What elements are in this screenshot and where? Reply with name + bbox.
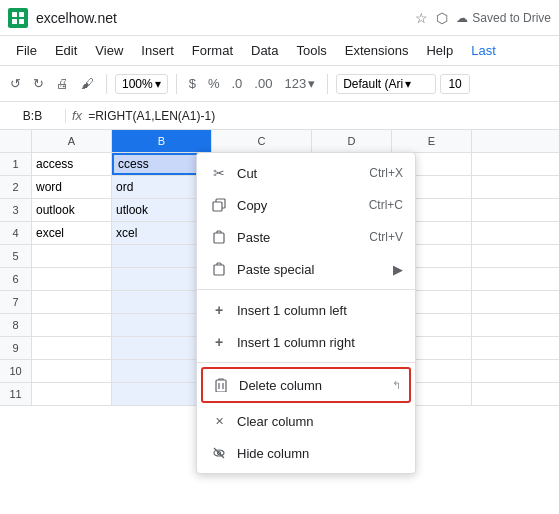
insert-left-icon: + — [209, 300, 229, 320]
font-selector[interactable]: Default (Ari ▾ — [336, 74, 436, 94]
delete-col-icon — [211, 375, 231, 395]
menu-help[interactable]: Help — [418, 39, 461, 62]
ctx-paste-shortcut: Ctrl+V — [369, 230, 403, 244]
paste-special-icon — [209, 259, 229, 279]
col-header-b[interactable]: B — [112, 130, 212, 152]
cell-a1[interactable]: access — [32, 153, 112, 175]
ctx-delete-column[interactable]: Delete column ↰ — [203, 369, 409, 401]
cell-a4[interactable]: excel — [32, 222, 112, 244]
ctx-insert-col-right[interactable]: + Insert 1 column right — [197, 326, 415, 358]
fx-label: fx — [72, 108, 82, 123]
zoom-control[interactable]: 100% ▾ — [115, 74, 168, 94]
menu-tools[interactable]: Tools — [288, 39, 334, 62]
svg-rect-5 — [213, 202, 222, 211]
decimal-left-btn[interactable]: .0 — [228, 74, 247, 93]
ctx-paste-label: Paste — [237, 230, 369, 245]
row-number: 6 — [0, 268, 32, 290]
more-chevron-icon: ▾ — [308, 76, 315, 91]
row-number: 7 — [0, 291, 32, 313]
ctx-cut[interactable]: ✂ Cut Ctrl+X — [197, 157, 415, 189]
ctx-separator-2 — [197, 362, 415, 363]
menu-insert[interactable]: Insert — [133, 39, 182, 62]
ctx-copy-label: Copy — [237, 198, 369, 213]
ctx-paste-special[interactable]: Paste special ▶ — [197, 253, 415, 285]
menu-data[interactable]: Data — [243, 39, 286, 62]
print-icon[interactable]: 🖨 — [52, 74, 73, 93]
row-number: 2 — [0, 176, 32, 198]
menu-extensions[interactable]: Extensions — [337, 39, 417, 62]
ctx-clear-column-label: Clear column — [237, 414, 403, 429]
currency-btn[interactable]: $ — [185, 74, 200, 93]
ctx-insert-col-left[interactable]: + Insert 1 column left — [197, 294, 415, 326]
menu-bar: File Edit View Insert Format Data Tools … — [0, 36, 559, 66]
menu-view[interactable]: View — [87, 39, 131, 62]
col-header-e[interactable]: E — [392, 130, 472, 152]
ctx-clear-column[interactable]: ✕ Clear column — [197, 405, 415, 437]
ctx-separator-1 — [197, 289, 415, 290]
hide-col-icon — [209, 443, 229, 463]
ctx-cut-label: Cut — [237, 166, 369, 181]
paint-format-icon[interactable]: 🖌 — [77, 74, 98, 93]
document-title: excelhow.net — [36, 10, 407, 26]
ctx-copy-shortcut: Ctrl+C — [369, 198, 403, 212]
menu-format[interactable]: Format — [184, 39, 241, 62]
cell-a5[interactable] — [32, 245, 112, 267]
formula-input[interactable]: =RIGHT(A1,LEN(A1)-1) — [88, 109, 553, 123]
redo-icon[interactable]: ↻ — [29, 74, 48, 93]
font-chevron-icon: ▾ — [405, 77, 411, 91]
col-header-a[interactable]: A — [32, 130, 112, 152]
app-icon — [8, 8, 28, 28]
clear-col-icon: ✕ — [209, 411, 229, 431]
cursor-indicator: ↰ — [392, 379, 401, 392]
ctx-copy[interactable]: Copy Ctrl+C — [197, 189, 415, 221]
zoom-chevron-icon: ▾ — [155, 77, 161, 91]
row-number: 4 — [0, 222, 32, 244]
cell-reference[interactable]: B:B — [6, 109, 66, 123]
more-formats-btn[interactable]: 123 ▾ — [280, 74, 319, 93]
ctx-paste-special-label: Paste special — [237, 262, 393, 277]
svg-rect-6 — [214, 233, 224, 243]
ctx-hide-column-label: Hide column — [237, 446, 403, 461]
toolbar-separator-2 — [176, 74, 177, 94]
svg-rect-1 — [19, 12, 24, 17]
menu-last[interactable]: Last — [463, 39, 504, 62]
toolbar: ↺ ↻ 🖨 🖌 100% ▾ $ % .0 .00 123 ▾ Default … — [0, 66, 559, 102]
svg-rect-8 — [216, 380, 226, 392]
title-bar: excelhow.net ☆ ⬡ ☁ Saved to Drive — [0, 0, 559, 36]
row-number: 9 — [0, 337, 32, 359]
row-num-header — [0, 130, 32, 152]
row-number: 8 — [0, 314, 32, 336]
menu-file[interactable]: File — [8, 39, 45, 62]
ctx-insert-col-left-label: Insert 1 column left — [237, 303, 403, 318]
toolbar-separator-3 — [327, 74, 328, 94]
toolbar-separator-1 — [106, 74, 107, 94]
row-number: 10 — [0, 360, 32, 382]
svg-rect-3 — [19, 19, 24, 24]
copy-icon — [209, 195, 229, 215]
folder-icon[interactable]: ⬡ — [436, 10, 448, 26]
cell-a2[interactable]: word — [32, 176, 112, 198]
row-number: 5 — [0, 245, 32, 267]
col-header-d[interactable]: D — [312, 130, 392, 152]
cell-a3[interactable]: outlook — [32, 199, 112, 221]
star-icon[interactable]: ☆ — [415, 10, 428, 26]
delete-col-wrapper: Delete column ↰ — [201, 367, 411, 403]
decimal-right-btn[interactable]: .00 — [250, 74, 276, 93]
row-number: 11 — [0, 383, 32, 405]
formula-bar: B:B fx =RIGHT(A1,LEN(A1)-1) — [0, 102, 559, 130]
ctx-paste[interactable]: Paste Ctrl+V — [197, 221, 415, 253]
font-size-input[interactable]: 10 — [440, 74, 470, 94]
ctx-insert-col-right-label: Insert 1 column right — [237, 335, 403, 350]
ctx-hide-column[interactable]: Hide column — [197, 437, 415, 469]
insert-right-icon: + — [209, 332, 229, 352]
column-headers: A B C D E — [0, 130, 559, 153]
col-header-c[interactable]: C — [212, 130, 312, 152]
svg-rect-0 — [12, 12, 17, 17]
paste-special-arrow-icon: ▶ — [393, 262, 403, 277]
svg-rect-2 — [12, 19, 17, 24]
percent-btn[interactable]: % — [204, 74, 224, 93]
row-number: 1 — [0, 153, 32, 175]
menu-edit[interactable]: Edit — [47, 39, 85, 62]
context-menu: ✂ Cut Ctrl+X Copy Ctrl+C Paste Ctrl+V — [196, 152, 416, 474]
undo-icon[interactable]: ↺ — [6, 74, 25, 93]
